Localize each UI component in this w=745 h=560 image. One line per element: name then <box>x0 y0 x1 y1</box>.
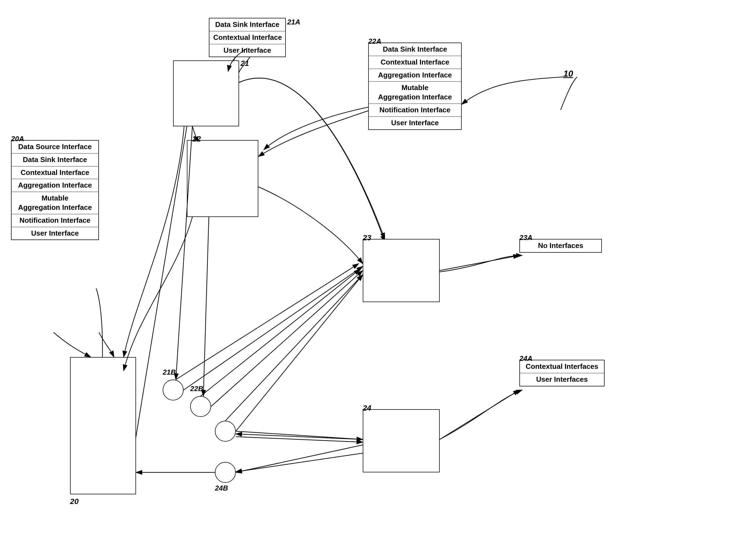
circle-21b <box>163 380 184 400</box>
circle-22b <box>190 396 211 417</box>
box-20a-row-4: Aggregation Interface <box>11 179 98 192</box>
svg-line-4 <box>225 275 363 421</box>
svg-line-2 <box>132 126 187 461</box>
box-20a-row-2: Data Sink Interface <box>11 153 98 167</box>
box-22a: Data Sink Interface Contextual Interface… <box>368 42 462 130</box>
svg-line-9 <box>236 431 363 440</box>
box-22a-row-2: Contextual Interface <box>369 56 461 69</box>
box-22a-row-6: User Interface <box>369 117 461 129</box>
svg-line-7 <box>236 445 363 473</box>
label-22a: 22A <box>368 37 382 45</box>
box-20a-row-1: Data Source Interface <box>11 141 98 153</box>
box-24a: Contextual Interfaces User Interfaces <box>519 360 605 386</box>
node-21 <box>173 61 239 126</box>
svg-line-6 <box>176 264 359 380</box>
label-23a: 23A <box>519 234 532 242</box>
circle-24b <box>215 462 236 483</box>
box-22a-row-3: Aggregation Interface <box>369 69 461 82</box>
box-20a: Data Source Interface Data Sink Interfac… <box>11 140 99 240</box>
box-22a-row-5: Notification Interface <box>369 104 461 117</box>
label-24b: 24B <box>215 484 228 492</box>
box-20a-row-5: MutableAggregation Interface <box>11 192 98 214</box>
label-20: 20 <box>70 497 78 506</box>
box-21a-row-2: Contextual Interface <box>209 31 285 44</box>
svg-line-8 <box>236 434 363 440</box>
label-21: 21 <box>240 59 249 68</box>
box-20a-row-7: User Interface <box>11 227 98 240</box>
box-20a-row-6: Notification Interface <box>11 214 98 227</box>
box-24a-row-2: User Interfaces <box>520 373 604 386</box>
circle-3 <box>215 421 236 442</box>
box-21a-row-3: User Interface <box>209 44 285 57</box>
label-21b: 21B <box>163 368 176 377</box>
svg-line-5 <box>201 269 360 396</box>
label-23: 23 <box>363 234 371 242</box>
node-20 <box>70 357 136 494</box>
node-22 <box>187 140 258 217</box>
label-22: 22 <box>192 135 201 143</box>
box-22a-row-4: MutableAggregation Interface <box>369 81 461 104</box>
label-24: 24 <box>363 404 371 413</box>
box-21a: Data Sink Interface Contextual Interface… <box>209 18 286 57</box>
box-21a-row-1: Data Sink Interface <box>209 19 285 31</box>
box-22a-row-1: Data Sink Interface <box>369 43 461 56</box>
label-24a: 24A <box>519 354 532 363</box>
label-21a: 21A <box>287 18 300 26</box>
box-20a-row-3: Contextual Interface <box>11 167 98 179</box>
label-10: 10 <box>563 69 573 79</box>
label-20a: 20A <box>11 135 24 143</box>
node-23 <box>363 239 440 302</box>
node-24 <box>363 409 440 473</box>
label-22b: 22B <box>190 385 203 393</box>
